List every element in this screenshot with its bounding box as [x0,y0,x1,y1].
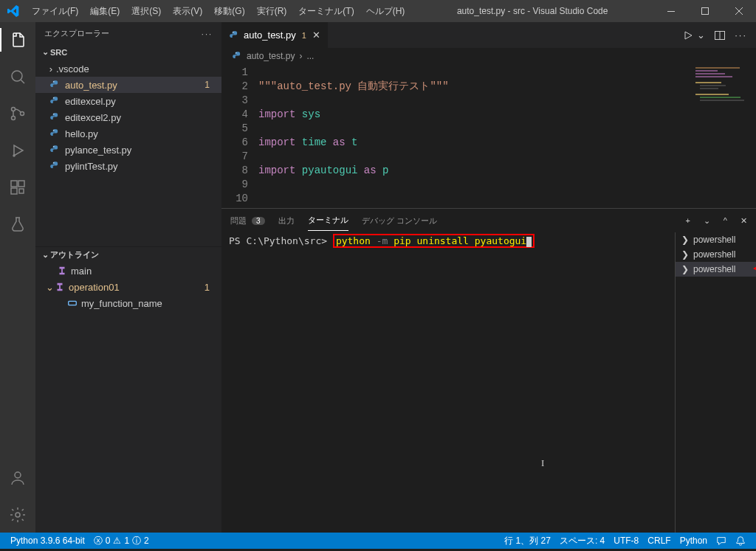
problems-status[interactable]: ⓧ0 ⚠1 ⓘ2 [89,535,154,547]
code-content[interactable]: """auto_test.py 自動実行テスト""" import sys im… [258,64,449,208]
file-item-editexcel2[interactable]: editexcel2.py [35,109,221,125]
terminal-prompt: PS C:\Python\src> [229,235,327,246]
testing-icon[interactable] [0,212,35,236]
terminal-entry[interactable]: ❯powershell [676,247,756,262]
variable-symbol-icon [66,298,78,308]
notifications-icon[interactable] [731,535,750,547]
extensions-icon[interactable] [0,176,35,199]
text-cursor-icon: I [541,457,544,469]
panel-tab-debug[interactable]: デバッグ コンソール [362,211,437,231]
vscode-logo-icon [0,5,26,17]
outline-item-main[interactable]: main [35,263,221,279]
editor-more-icon[interactable]: ··· [735,30,747,41]
menu-run[interactable]: 実行(R) [251,5,293,18]
python-file-icon [49,79,61,91]
code-editor[interactable]: 12345678910 """auto_test.py 自動実行テスト""" i… [221,64,756,208]
file-item-hello[interactable]: hello.py [35,125,221,142]
explorer-icon[interactable] [0,28,35,52]
split-editor-icon[interactable] [714,30,726,41]
svg-point-3 [12,108,16,111]
close-panel-icon[interactable]: ✕ [740,216,747,226]
menu-view[interactable]: 表示(V) [167,5,208,18]
svg-rect-10 [19,189,24,193]
file-item-pylance[interactable]: pylance_test.py [35,142,221,158]
sidebar-more-icon[interactable]: ··· [202,30,213,38]
terminal-shell-icon: ❯ [681,249,689,260]
python-file-icon [49,160,61,172]
line-column-status[interactable]: 行 1、列 27 [500,535,555,547]
menu-bar: ファイル(F) 編集(E) 選択(S) 表示(V) 移動(G) 実行(R) ター… [26,5,410,18]
new-terminal-icon[interactable]: + [685,216,690,225]
folder-section-header[interactable]: ⌄ SRC [35,45,221,59]
chevron-right-icon: › [46,63,56,74]
menu-help[interactable]: ヘルプ(H) [360,5,411,18]
run-script-icon[interactable] [682,30,694,41]
chevron-down-icon: ⌄ [46,282,54,293]
panel-tab-terminal[interactable]: ターミナル [308,210,348,231]
menu-file[interactable]: ファイル(F) [26,5,84,18]
outline-section-header[interactable]: ⌄ アウトライン [35,247,221,263]
minimize-button[interactable] [654,0,688,22]
annotation-arrow-icon [753,257,756,280]
outline-item-operation01[interactable]: ⌄ operation01 1 [35,279,221,295]
info-icon: ⓘ [132,535,141,547]
terminal-dropdown-icon[interactable]: ⌄ [704,216,710,226]
minimap[interactable] [690,64,756,208]
file-item-auto-test[interactable]: auto_test.py 1 [35,77,221,93]
line-numbers: 12345678910 [221,64,258,208]
run-debug-icon[interactable] [0,139,35,162]
language-status[interactable]: Python [676,535,712,547]
menu-edit[interactable]: 編集(E) [84,5,126,18]
svg-point-14 [53,97,54,98]
svg-rect-1 [702,8,709,15]
close-button[interactable] [722,0,756,22]
run-dropdown-icon[interactable]: ⌄ [697,30,705,41]
panel-tab-output[interactable]: 出力 [278,211,295,231]
menu-go[interactable]: 移動(G) [208,5,250,18]
eol-status[interactable]: CRLF [643,535,675,547]
svg-point-11 [15,472,21,478]
svg-rect-7 [11,181,17,187]
problems-count-badge: 3 [252,217,265,225]
menu-selection[interactable]: 選択(S) [126,5,167,18]
panel-tab-problems[interactable]: 問題 3 [230,211,265,231]
terminal-shell-icon: ❯ [681,235,689,245]
svg-rect-8 [18,181,24,187]
svg-point-13 [53,81,54,82]
file-item-pylint[interactable]: pylintTest.py [35,158,221,174]
svg-point-12 [16,513,20,517]
settings-gear-icon[interactable] [0,503,35,527]
terminal-entry[interactable]: ❯powershell [676,262,756,277]
activity-bar [0,22,35,533]
terminal-entry[interactable]: ❯powershell [676,232,756,247]
svg-point-15 [53,114,54,114]
error-icon: ⓧ [94,535,103,547]
window-title: auto_test.py - src - Visual Studio Code [410,6,654,16]
function-symbol-icon [54,282,66,292]
source-control-icon[interactable] [0,102,35,125]
encoding-status[interactable]: UTF-8 [609,535,643,547]
feedback-icon[interactable] [712,535,731,547]
dirty-indicator: 1 [302,31,306,40]
outline-item-myfunction[interactable]: my_function_name [35,295,221,311]
accounts-icon[interactable] [0,466,35,490]
svg-rect-9 [11,188,17,194]
search-icon[interactable] [0,65,35,89]
python-file-icon [49,128,61,139]
editor-tab-auto-test[interactable]: auto_test.py 1 ✕ [221,22,329,48]
terminal[interactable]: PS C:\Python\src> python -m pip uninstal… [221,232,675,533]
modified-badge: 1 [205,80,210,90]
breadcrumb[interactable]: auto_test.py › ... [221,48,756,64]
file-item-editexcel[interactable]: editexcel.py [35,93,221,109]
menu-terminal[interactable]: ターミナル(T) [292,5,360,18]
folder-name: SRC [50,48,67,57]
folder-item-vscode[interactable]: › .vscode [35,60,221,77]
maximize-button[interactable] [688,0,722,22]
indentation-status[interactable]: スペース: 4 [555,535,609,547]
maximize-panel-icon[interactable]: ^ [724,216,727,225]
svg-point-20 [233,32,233,32]
close-tab-icon[interactable]: ✕ [312,30,320,41]
status-bar: Python 3.9.6 64-bit ⓧ0 ⚠1 ⓘ2 行 1、列 27 スペ… [0,533,756,549]
terminal-cursor [526,237,532,247]
python-version-status[interactable]: Python 3.9.6 64-bit [6,536,89,546]
